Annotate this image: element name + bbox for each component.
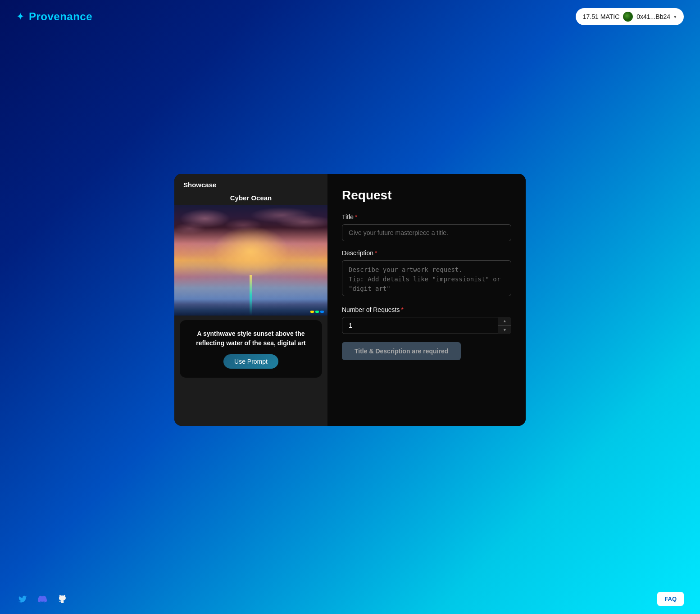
footer: FAQ bbox=[0, 584, 700, 614]
spinner-up-icon[interactable]: ▲ bbox=[498, 317, 511, 326]
num-requests-input[interactable] bbox=[342, 317, 511, 334]
chevron-down-icon: ▾ bbox=[674, 14, 677, 20]
artwork-reflection bbox=[250, 275, 252, 316]
description-label: Description* bbox=[342, 249, 511, 257]
showcase-panel: Showcase Cyber Ocean A synthwave style s… bbox=[174, 174, 327, 426]
title-field-group: Title* bbox=[342, 213, 511, 241]
logo-text: Provenance bbox=[29, 10, 92, 23]
social-links bbox=[16, 593, 68, 605]
color-dot-blue bbox=[320, 311, 324, 313]
color-dot-green bbox=[315, 311, 319, 313]
num-requests-required-star: * bbox=[401, 306, 403, 313]
spinner-down-icon[interactable]: ▼ bbox=[498, 326, 511, 334]
title-input[interactable] bbox=[342, 224, 511, 241]
faq-button[interactable]: FAQ bbox=[657, 592, 684, 606]
wallet-address: 0x41...Bb24 bbox=[636, 13, 670, 20]
description-textarea[interactable] bbox=[342, 260, 511, 296]
card-container: Showcase Cyber Ocean A synthwave style s… bbox=[174, 174, 526, 426]
wallet-badge[interactable]: 17.51 MATIC 0x41...Bb24 ▾ bbox=[576, 8, 684, 25]
wallet-balance: 17.51 MATIC bbox=[583, 13, 619, 20]
artwork-image bbox=[174, 205, 327, 316]
github-icon[interactable] bbox=[56, 593, 68, 605]
logo: ✦ Provenance bbox=[16, 10, 92, 23]
wallet-avatar-icon bbox=[623, 12, 633, 22]
title-required-star: * bbox=[355, 213, 357, 221]
twitter-icon[interactable] bbox=[16, 593, 29, 605]
artwork-color-dots bbox=[310, 311, 324, 313]
discord-icon[interactable] bbox=[36, 593, 49, 605]
artwork-title: Cyber Ocean bbox=[174, 192, 327, 205]
color-dot-yellow bbox=[310, 311, 314, 313]
header: ✦ Provenance 17.51 MATIC 0x41...Bb24 ▾ bbox=[0, 0, 700, 33]
title-label: Title* bbox=[342, 213, 511, 221]
number-spinners: ▲ ▼ bbox=[498, 317, 511, 334]
submit-button[interactable]: Title & Description are required bbox=[342, 342, 461, 360]
request-title: Request bbox=[342, 188, 511, 203]
num-requests-wrapper: ▲ ▼ bbox=[342, 317, 511, 334]
prompt-text: A synthwave style sunset above the refle… bbox=[187, 329, 315, 348]
description-required-star: * bbox=[375, 249, 377, 257]
logo-icon: ✦ bbox=[16, 11, 24, 23]
prompt-box: A synthwave style sunset above the refle… bbox=[180, 320, 322, 378]
description-field-group: Description* bbox=[342, 249, 511, 298]
showcase-label: Showcase bbox=[174, 174, 327, 192]
use-prompt-button[interactable]: Use Prompt bbox=[223, 354, 278, 369]
num-requests-label: Number of Requests* bbox=[342, 306, 511, 313]
request-panel: Request Title* Description* Number of Re… bbox=[327, 174, 526, 426]
num-requests-field-group: Number of Requests* ▲ ▼ bbox=[342, 306, 511, 334]
main-content: Showcase Cyber Ocean A synthwave style s… bbox=[0, 33, 700, 566]
